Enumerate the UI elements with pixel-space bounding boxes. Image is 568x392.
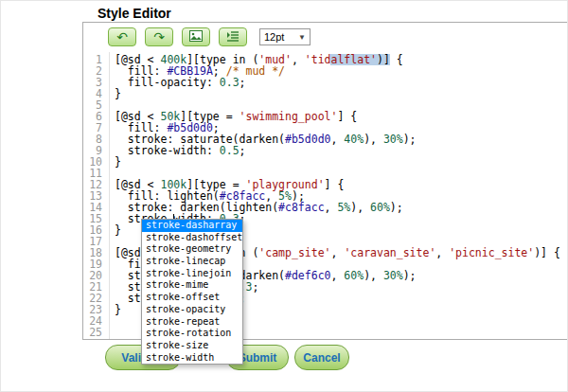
redo-button[interactable]: ↷ — [145, 27, 173, 46]
indent-icon — [226, 30, 240, 45]
code-line[interactable]: } — [115, 88, 568, 99]
code-line[interactable]: stroke-width: 0.5; — [115, 145, 568, 156]
font-size-select[interactable]: 12pt ▼ — [259, 28, 311, 45]
autocomplete-item[interactable]: stroke-dashoffset — [142, 232, 242, 244]
style-editor-screen: Style Editor ↶ ↷ 12pt ▼ — [0, 0, 568, 392]
line-numbers: 1234567891011121314151617181920212223242… — [83, 52, 110, 339]
undo-icon: ↶ — [116, 30, 128, 44]
autocomplete-item[interactable]: stroke-linejoin — [142, 268, 242, 280]
font-size-value: 12pt — [264, 31, 284, 43]
code-line[interactable]: fill-opacity: 0.3; — [115, 77, 568, 88]
indent-button[interactable] — [219, 27, 247, 46]
redo-icon: ↷ — [153, 30, 165, 44]
image-icon — [189, 30, 203, 45]
autocomplete-item[interactable]: stroke-repeat — [142, 316, 242, 329]
autocomplete-item[interactable]: stroke-dasharray — [142, 220, 242, 232]
autocomplete-item[interactable]: stroke-linecap — [142, 256, 242, 268]
autocomplete-dropdown[interactable]: stroke-dasharraystroke-dashoffsetstroke-… — [141, 219, 243, 365]
autocomplete-item[interactable]: stroke-geometry — [142, 243, 242, 256]
code-line[interactable]: } — [115, 156, 568, 168]
autocomplete-item[interactable]: stroke-size — [142, 340, 242, 352]
undo-button[interactable]: ↶ — [108, 27, 136, 46]
chevron-down-icon: ▼ — [298, 33, 306, 42]
cancel-button[interactable]: Cancel — [294, 345, 349, 370]
autocomplete-item[interactable]: stroke-rotation — [142, 328, 242, 340]
line-number: 25 — [83, 327, 109, 338]
image-button[interactable] — [182, 27, 210, 46]
autocomplete-item[interactable]: stroke-offset — [142, 292, 242, 304]
autocomplete-item[interactable]: stroke-width — [142, 352, 242, 365]
page-title: Style Editor — [98, 6, 171, 21]
editor-toolbar: ↶ ↷ 12pt ▼ — [83, 23, 568, 51]
autocomplete-item[interactable]: stroke-mime — [142, 279, 242, 292]
autocomplete-item[interactable]: stroke-opacity — [142, 304, 242, 316]
